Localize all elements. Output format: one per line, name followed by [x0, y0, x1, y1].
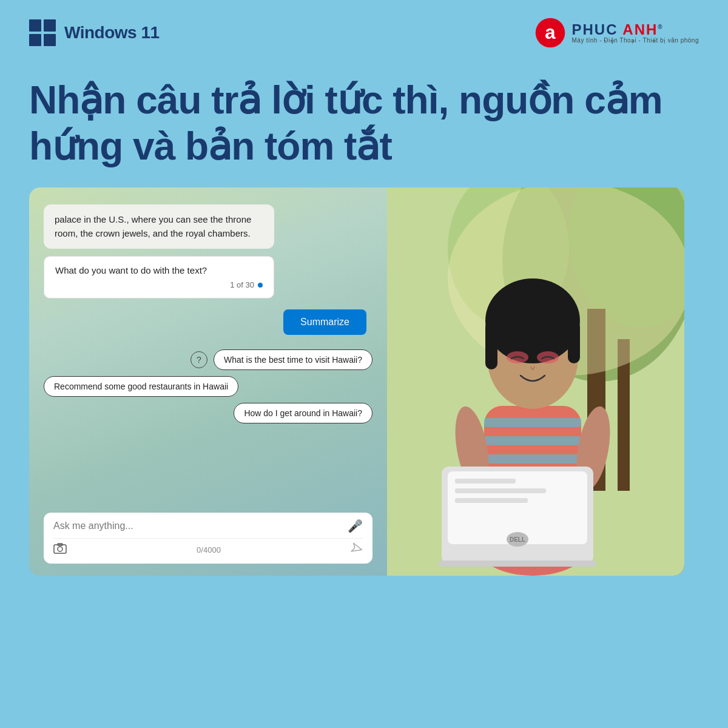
photo-panel: DELL: [387, 187, 684, 576]
camera-icon[interactable]: [53, 543, 67, 557]
svg-rect-16: [484, 454, 581, 463]
summarize-btn-row: Summarize: [44, 309, 366, 335]
chat-panel: palace in the U.S., where you can see th…: [29, 187, 387, 576]
headline-line2: hứng và bản tóm tắt: [29, 124, 392, 168]
question-circle-icon: ?: [190, 351, 207, 368]
suggestion-pill-2[interactable]: Recommend some good restaurants in Hawai…: [44, 376, 238, 397]
main-content: palace in the U.S., where you can see th…: [0, 187, 728, 588]
win-cell-2: [44, 19, 56, 32]
question-text: What do you want to do with the text?: [55, 265, 263, 275]
prev-message-text: palace in the U.S., where you can see th…: [55, 214, 251, 238]
microphone-icon[interactable]: 🎤: [348, 519, 363, 533]
svg-point-20: [485, 278, 580, 363]
summarize-button[interactable]: Summarize: [283, 309, 366, 335]
win-cell-3: [29, 34, 41, 46]
illustration-svg: DELL: [387, 187, 684, 576]
svg-rect-14: [484, 418, 581, 427]
phuc-anh-logo: a PHUC ANH® Máy tính - Điện Thoại - Thiế…: [534, 17, 699, 49]
suggestion-pill-3[interactable]: How do I get around in Hawaii?: [234, 403, 372, 423]
char-count: 0/4000: [197, 545, 221, 554]
phuc-anh-icon: a: [534, 17, 566, 49]
input-area: 🎤 0/4000: [44, 513, 372, 564]
phuc-anh-text: PHUC ANH® Máy tính - Điện Thoại - Thiết …: [572, 22, 699, 44]
svg-rect-2: [54, 545, 66, 553]
prev-message-bubble: palace in the U.S., where you can see th…: [44, 204, 274, 249]
svg-rect-22: [568, 321, 580, 363]
suggestions-area: ? What is the best time to visit Hawaii?…: [44, 349, 372, 423]
phuc-anh-subtitle: Máy tính - Điện Thoại - Thiết bị văn phò…: [572, 37, 699, 44]
svg-rect-32: [439, 561, 596, 567]
page-counter: 1 of 30: [55, 280, 263, 289]
svg-text:a: a: [545, 22, 556, 43]
suggestion-row-3: How do I get around in Hawaii?: [44, 403, 372, 423]
question-box: What do you want to do with the text? 1 …: [44, 256, 274, 298]
suggestion-pill-1[interactable]: What is the best time to visit Hawaii?: [214, 349, 372, 370]
windows-logo: Windows 11: [29, 19, 160, 46]
headline-block: Nhận câu trả lời tức thì, nguồn cảm hứng…: [0, 49, 728, 187]
input-bottom-row: 0/4000: [53, 538, 363, 558]
input-row: 🎤: [53, 519, 363, 533]
send-icon[interactable]: [349, 541, 365, 559]
suggestion-row-2: Recommend some good restaurants in Hawai…: [44, 376, 372, 397]
svg-text:DELL: DELL: [510, 536, 525, 543]
win-cell-4: [44, 34, 56, 46]
svg-rect-21: [485, 321, 497, 369]
svg-rect-27: [455, 479, 516, 484]
svg-rect-15: [484, 436, 581, 445]
win-cell-1: [29, 19, 41, 32]
windows-title: Windows 11: [64, 23, 160, 42]
svg-rect-28: [455, 488, 546, 493]
headline-title: Nhận câu trả lời tức thì, nguồn cảm hứng…: [29, 78, 699, 169]
svg-point-3: [58, 547, 62, 551]
top-bar: Windows 11 a PHUC ANH® Máy tính - Điện T…: [0, 0, 728, 49]
suggestion-row-1: ? What is the best time to visit Hawaii?: [44, 349, 372, 370]
chat-messages: palace in the U.S., where you can see th…: [44, 204, 372, 504]
phuc-anh-name: PHUC ANH®: [572, 22, 699, 37]
headline-line1: Nhận câu trả lời tức thì, nguồn cảm: [29, 78, 662, 122]
svg-rect-29: [455, 498, 528, 503]
dot-indicator: [258, 283, 263, 288]
ask-input[interactable]: [53, 521, 343, 531]
windows-grid-icon: [29, 19, 56, 46]
